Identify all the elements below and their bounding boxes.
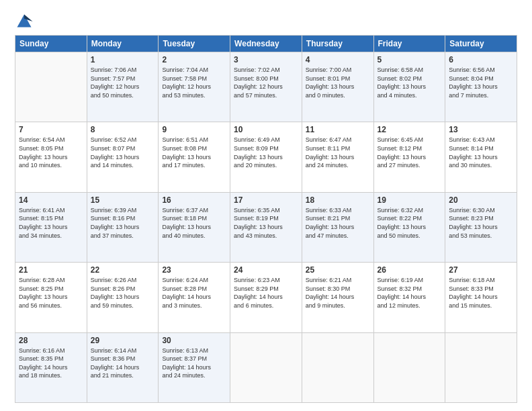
day-number: 6 [449, 55, 513, 64]
day-info: Sunrise: 7:00 AMSunset: 8:01 PMDaylight:… [306, 66, 370, 99]
day-cell: 19Sunrise: 6:32 AMSunset: 8:22 PMDayligh… [373, 192, 445, 262]
col-header-sunday: Sunday [15, 36, 87, 52]
day-cell: 3Sunrise: 7:02 AMSunset: 8:00 PMDaylight… [230, 52, 302, 122]
week-row-1: 7Sunrise: 6:54 AMSunset: 8:05 PMDaylight… [15, 122, 517, 192]
day-info: Sunrise: 6:26 AMSunset: 8:26 PMDaylight:… [91, 276, 155, 310]
day-info: Sunrise: 7:04 AMSunset: 7:58 PMDaylight:… [162, 66, 226, 99]
col-header-wednesday: Wednesday [230, 36, 302, 52]
day-info: Sunrise: 6:56 AMSunset: 8:04 PMDaylight:… [449, 66, 513, 99]
day-number: 27 [449, 265, 513, 275]
day-cell: 8Sunrise: 6:52 AMSunset: 8:07 PMDaylight… [87, 122, 159, 192]
day-cell: 14Sunrise: 6:41 AMSunset: 8:15 PMDayligh… [15, 192, 87, 262]
day-info: Sunrise: 6:52 AMSunset: 8:07 PMDaylight:… [91, 136, 155, 169]
day-cell [15, 52, 87, 122]
col-header-tuesday: Tuesday [159, 36, 230, 52]
day-info: Sunrise: 6:43 AMSunset: 8:14 PMDaylight:… [449, 136, 513, 169]
week-row-3: 21Sunrise: 6:28 AMSunset: 8:25 PMDayligh… [15, 263, 517, 332]
day-number: 30 [162, 336, 226, 345]
day-number: 16 [162, 195, 226, 205]
day-number: 15 [91, 195, 155, 205]
day-cell: 9Sunrise: 6:51 AMSunset: 8:08 PMDaylight… [159, 122, 230, 192]
day-number: 23 [162, 265, 226, 275]
day-cell: 26Sunrise: 6:19 AMSunset: 8:32 PMDayligh… [373, 263, 445, 332]
day-info: Sunrise: 6:41 AMSunset: 8:15 PMDaylight:… [19, 206, 83, 240]
logo [15, 12, 36, 31]
calendar-table: SundayMondayTuesdayWednesdayThursdayFrid… [15, 35, 517, 403]
day-info: Sunrise: 6:23 AMSunset: 8:29 PMDaylight:… [234, 276, 298, 310]
day-info: Sunrise: 6:30 AMSunset: 8:23 PMDaylight:… [449, 206, 513, 240]
col-header-monday: Monday [87, 36, 159, 52]
day-cell: 28Sunrise: 6:16 AMSunset: 8:35 PMDayligh… [15, 332, 87, 402]
day-info: Sunrise: 6:32 AMSunset: 8:22 PMDaylight:… [378, 206, 442, 240]
page: SundayMondayTuesdayWednesdayThursdayFrid… [0, 0, 532, 411]
day-info: Sunrise: 6:51 AMSunset: 8:08 PMDaylight:… [162, 136, 226, 169]
day-cell [373, 332, 445, 402]
day-number: 10 [234, 125, 298, 134]
day-cell: 16Sunrise: 6:37 AMSunset: 8:18 PMDayligh… [159, 192, 230, 262]
day-cell: 11Sunrise: 6:47 AMSunset: 8:11 PMDayligh… [302, 122, 373, 192]
day-info: Sunrise: 6:35 AMSunset: 8:19 PMDaylight:… [234, 206, 298, 240]
day-info: Sunrise: 6:14 AMSunset: 8:36 PMDaylight:… [91, 347, 155, 380]
day-cell: 12Sunrise: 6:45 AMSunset: 8:12 PMDayligh… [373, 122, 445, 192]
day-number: 9 [162, 125, 226, 134]
day-number: 18 [306, 195, 370, 205]
day-info: Sunrise: 6:47 AMSunset: 8:11 PMDaylight:… [306, 136, 370, 169]
day-number: 8 [91, 125, 155, 134]
day-cell: 20Sunrise: 6:30 AMSunset: 8:23 PMDayligh… [445, 192, 517, 262]
day-info: Sunrise: 6:33 AMSunset: 8:21 PMDaylight:… [306, 206, 370, 240]
day-info: Sunrise: 7:06 AMSunset: 7:57 PMDaylight:… [91, 66, 155, 99]
day-number: 3 [234, 55, 298, 64]
day-info: Sunrise: 6:24 AMSunset: 8:28 PMDaylight:… [162, 276, 226, 310]
day-cell: 10Sunrise: 6:49 AMSunset: 8:09 PMDayligh… [230, 122, 302, 192]
day-number: 5 [378, 55, 442, 64]
week-row-0: 1Sunrise: 7:06 AMSunset: 7:57 PMDaylight… [15, 52, 517, 122]
day-number: 22 [91, 265, 155, 275]
day-cell: 13Sunrise: 6:43 AMSunset: 8:14 PMDayligh… [445, 122, 517, 192]
day-cell: 23Sunrise: 6:24 AMSunset: 8:28 PMDayligh… [159, 263, 230, 332]
day-info: Sunrise: 6:28 AMSunset: 8:25 PMDaylight:… [19, 276, 83, 310]
day-number: 21 [19, 265, 83, 275]
day-cell [230, 332, 302, 402]
day-info: Sunrise: 6:19 AMSunset: 8:32 PMDaylight:… [378, 276, 442, 310]
day-number: 2 [162, 55, 226, 64]
header-row: SundayMondayTuesdayWednesdayThursdayFrid… [15, 36, 517, 52]
day-cell [445, 332, 517, 402]
calendar-body: 1Sunrise: 7:06 AMSunset: 7:57 PMDaylight… [15, 52, 517, 403]
calendar-header: SundayMondayTuesdayWednesdayThursdayFrid… [15, 36, 517, 52]
col-header-saturday: Saturday [445, 36, 517, 52]
day-cell: 6Sunrise: 6:56 AMSunset: 8:04 PMDaylight… [445, 52, 517, 122]
day-cell: 25Sunrise: 6:21 AMSunset: 8:30 PMDayligh… [302, 263, 373, 332]
day-cell: 27Sunrise: 6:18 AMSunset: 8:33 PMDayligh… [445, 263, 517, 332]
day-number: 1 [91, 55, 155, 64]
day-cell: 4Sunrise: 7:00 AMSunset: 8:01 PMDaylight… [302, 52, 373, 122]
day-cell: 17Sunrise: 6:35 AMSunset: 8:19 PMDayligh… [230, 192, 302, 262]
day-number: 17 [234, 195, 298, 205]
day-number: 14 [19, 195, 83, 205]
day-cell: 5Sunrise: 6:58 AMSunset: 8:02 PMDaylight… [373, 52, 445, 122]
day-number: 29 [91, 336, 155, 345]
day-number: 26 [378, 265, 442, 275]
day-number: 28 [19, 336, 83, 345]
day-info: Sunrise: 6:49 AMSunset: 8:09 PMDaylight:… [234, 136, 298, 169]
day-info: Sunrise: 6:16 AMSunset: 8:35 PMDaylight:… [19, 347, 83, 380]
header [15, 12, 517, 31]
day-number: 12 [378, 125, 442, 134]
day-number: 25 [306, 265, 370, 275]
week-row-4: 28Sunrise: 6:16 AMSunset: 8:35 PMDayligh… [15, 332, 517, 402]
day-cell: 21Sunrise: 6:28 AMSunset: 8:25 PMDayligh… [15, 263, 87, 332]
col-header-thursday: Thursday [302, 36, 373, 52]
day-info: Sunrise: 6:13 AMSunset: 8:37 PMDaylight:… [162, 347, 226, 380]
col-header-friday: Friday [373, 36, 445, 52]
day-info: Sunrise: 7:02 AMSunset: 8:00 PMDaylight:… [234, 66, 298, 99]
day-info: Sunrise: 6:18 AMSunset: 8:33 PMDaylight:… [449, 276, 513, 310]
day-cell: 7Sunrise: 6:54 AMSunset: 8:05 PMDaylight… [15, 122, 87, 192]
day-info: Sunrise: 6:58 AMSunset: 8:02 PMDaylight:… [378, 66, 442, 99]
day-number: 20 [449, 195, 513, 205]
day-info: Sunrise: 6:21 AMSunset: 8:30 PMDaylight:… [306, 276, 370, 310]
day-info: Sunrise: 6:45 AMSunset: 8:12 PMDaylight:… [378, 136, 442, 169]
day-cell: 2Sunrise: 7:04 AMSunset: 7:58 PMDaylight… [159, 52, 230, 122]
day-number: 19 [378, 195, 442, 205]
day-cell: 18Sunrise: 6:33 AMSunset: 8:21 PMDayligh… [302, 192, 373, 262]
day-cell: 1Sunrise: 7:06 AMSunset: 7:57 PMDaylight… [87, 52, 159, 122]
day-cell: 30Sunrise: 6:13 AMSunset: 8:37 PMDayligh… [159, 332, 230, 402]
